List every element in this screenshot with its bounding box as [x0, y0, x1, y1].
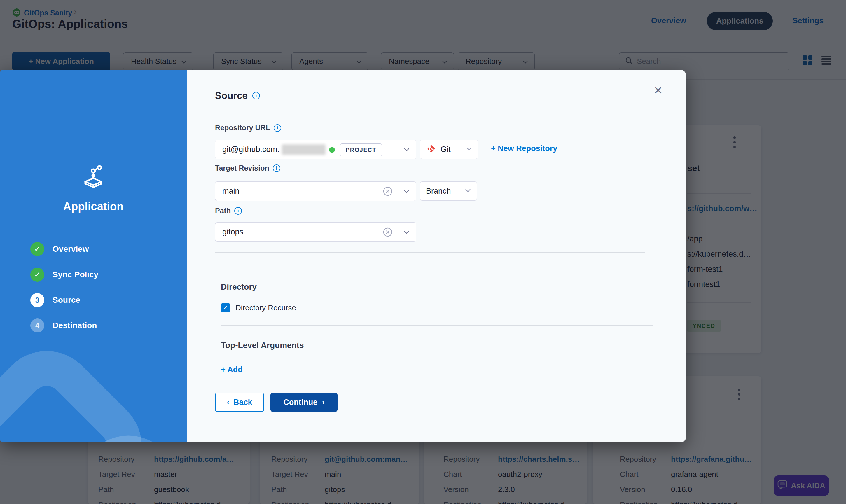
wizard-sidebar: Application ✓ Overview ✓ Sync Policy 3 S… — [0, 70, 187, 443]
connected-status-dot — [329, 147, 335, 153]
connection-type-select[interactable]: Git — [420, 140, 478, 159]
gitops-applications-page: GitOps Sanity › GitOps: Applications Ove… — [0, 0, 846, 504]
wizard-step-sync-policy[interactable]: ✓ Sync Policy — [30, 268, 98, 282]
directory-recurse-label: Directory Recurse — [235, 303, 296, 312]
info-icon[interactable]: i — [274, 124, 281, 132]
clear-icon[interactable] — [383, 186, 393, 197]
git-icon — [426, 144, 436, 155]
clear-icon[interactable] — [383, 227, 393, 238]
harness-logo-watermark — [0, 330, 162, 443]
directory-recurse-checkbox[interactable]: ✓ — [221, 303, 230, 312]
revision-type-value: Branch — [426, 187, 451, 196]
repository-url-value: git@github.com: — [215, 145, 280, 154]
chevron-down-icon — [466, 147, 472, 152]
path-value: gitops — [215, 228, 243, 236]
target-revision-field[interactable]: main — [215, 181, 416, 201]
step-number: 3 — [30, 293, 44, 307]
path-label: Path i — [215, 206, 242, 215]
target-revision-value: main — [215, 187, 239, 196]
chevron-left-icon: ‹ — [227, 398, 229, 406]
top-level-arguments-heading: Top-Level Arguments — [221, 341, 304, 350]
scope-badge: PROJECT — [340, 144, 382, 156]
repository-url-label: Repository URL i — [215, 124, 281, 132]
application-icon — [81, 165, 106, 191]
section-divider — [215, 252, 645, 253]
target-revision-label: Target Revision i — [215, 164, 280, 173]
panel-heading: Source i — [215, 90, 260, 101]
revision-type-select[interactable]: Branch — [420, 181, 477, 201]
step-done-check-icon: ✓ — [30, 268, 44, 282]
step-number: 4 — [30, 319, 44, 332]
add-argument-link[interactable]: + Add — [221, 365, 243, 374]
wizard-step-overview[interactable]: ✓ Overview — [30, 242, 89, 256]
chevron-down-icon[interactable] — [404, 189, 410, 195]
wizard-step-source[interactable]: 3 Source — [30, 293, 80, 307]
new-application-modal: Application ✓ Overview ✓ Sync Policy 3 S… — [0, 70, 686, 443]
path-field[interactable]: gitops — [215, 222, 416, 242]
repository-url-field[interactable]: git@github.com: PROJECT — [215, 140, 416, 159]
wizard-step-destination[interactable]: 4 Destination — [30, 319, 97, 332]
connection-type-value: Git — [440, 145, 451, 154]
chevron-down-icon[interactable] — [404, 148, 410, 153]
chevron-down-icon[interactable] — [404, 230, 410, 235]
source-step-panel: Source i ✕ Repository URL i git@github.c… — [187, 70, 686, 443]
info-icon[interactable]: i — [234, 207, 242, 215]
section-divider — [221, 325, 653, 326]
continue-button[interactable]: Continue › — [270, 393, 338, 412]
wizard-title: Application — [0, 200, 187, 213]
chevron-down-icon — [465, 188, 471, 194]
back-button[interactable]: ‹ Back — [215, 393, 264, 412]
info-icon[interactable]: i — [252, 92, 260, 100]
new-repository-link[interactable]: + New Repository — [491, 144, 557, 153]
step-done-check-icon: ✓ — [30, 242, 44, 256]
redacted-text — [282, 144, 326, 155]
directory-recurse-row: ✓ Directory Recurse — [221, 303, 296, 312]
chevron-right-icon: › — [322, 398, 325, 406]
info-icon[interactable]: i — [273, 164, 280, 172]
directory-heading: Directory — [221, 282, 257, 292]
close-icon[interactable]: ✕ — [653, 85, 663, 96]
